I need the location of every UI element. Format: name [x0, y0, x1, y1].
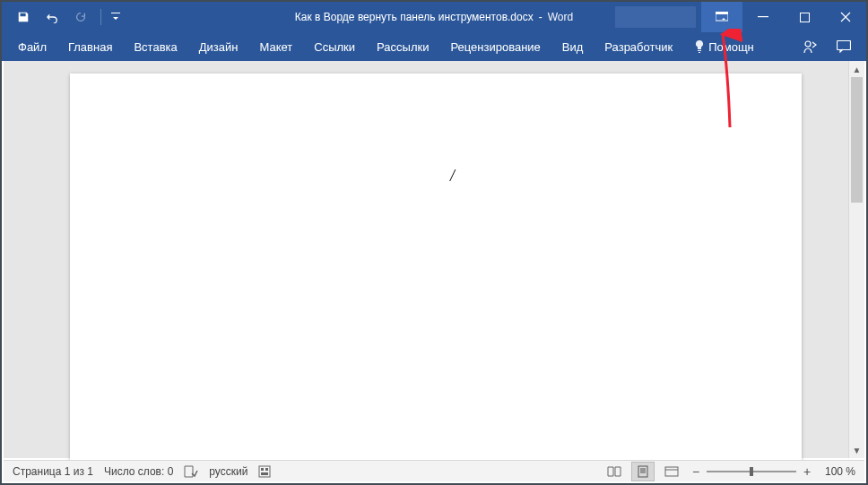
window-title: Как в Ворде вернуть панель инструментов.… [295, 11, 573, 23]
tab-mailings[interactable]: Рассылки [366, 32, 439, 61]
quick-access-toolbar [2, 4, 123, 30]
zoom-track[interactable] [707, 471, 796, 472]
tab-label: Вид [562, 40, 584, 54]
lightbulb-icon [694, 40, 705, 53]
svg-rect-3 [800, 13, 809, 22]
word-count[interactable]: Число слов: 0 [104, 465, 173, 478]
web-layout-button[interactable] [660, 462, 683, 481]
document-page[interactable]: / [70, 74, 802, 471]
tab-layout[interactable]: Макет [248, 32, 303, 61]
undo-icon [44, 11, 60, 23]
document-workspace: / ▲ ▼ [4, 61, 864, 458]
qat-separator [100, 9, 101, 25]
web-layout-icon [664, 466, 679, 477]
save-icon [17, 11, 30, 23]
svg-rect-14 [665, 467, 678, 476]
macro-icon [258, 465, 271, 478]
window-controls [615, 2, 866, 32]
zoom-out-button[interactable]: − [689, 464, 703, 479]
print-layout-icon [637, 465, 649, 478]
svg-rect-1 [716, 12, 728, 14]
comments-icon [837, 40, 851, 53]
page-indicator-text: Страница 1 из 1 [13, 465, 93, 478]
svg-point-4 [805, 41, 811, 47]
tab-label: Ссылки [314, 40, 355, 54]
customize-icon [111, 11, 120, 23]
close-icon [840, 12, 851, 22]
svg-rect-8 [265, 468, 268, 471]
title-separator: - [539, 11, 542, 23]
tab-insert[interactable]: Вставка [123, 32, 187, 61]
comments-button[interactable] [827, 32, 861, 61]
share-icon [803, 39, 817, 54]
ribbon-display-icon [716, 12, 728, 22]
tab-file[interactable]: Файл [7, 32, 57, 61]
print-layout-button[interactable] [631, 462, 655, 481]
word-count-text: Число слов: 0 [104, 465, 173, 478]
read-mode-button[interactable] [603, 462, 626, 481]
title-bar: Как в Ворде вернуть панель инструментов.… [2, 2, 866, 32]
tab-design[interactable]: Дизайн [188, 32, 249, 61]
tab-label: Рецензирование [450, 40, 540, 54]
scroll-thumb[interactable] [851, 77, 863, 203]
zoom-slider: − + [689, 464, 814, 479]
svg-rect-7 [261, 468, 264, 471]
svg-rect-5 [838, 41, 851, 50]
undo-button[interactable] [39, 4, 65, 30]
svg-rect-10 [638, 466, 647, 477]
zoom-thumb[interactable] [750, 467, 753, 476]
tell-me-box[interactable]: Помощн [683, 32, 765, 61]
tab-developer[interactable]: Разработчик [594, 32, 683, 61]
zoom-level[interactable]: 100 % [820, 465, 855, 478]
scroll-track[interactable] [849, 77, 864, 442]
close-button[interactable] [825, 2, 866, 32]
tab-label: Рассылки [377, 40, 429, 54]
proofing-icon [184, 465, 198, 478]
language-text: русский [209, 465, 247, 478]
tell-me-label: Помощн [708, 40, 754, 54]
svg-rect-6 [259, 466, 270, 477]
language-indicator[interactable]: русский [209, 465, 247, 478]
tab-label: Файл [18, 40, 47, 54]
zoom-text: 100 % [825, 465, 855, 478]
maximize-icon [800, 13, 810, 22]
proofing-button[interactable] [184, 465, 198, 478]
minimize-icon [758, 12, 768, 22]
redo-button[interactable] [68, 4, 93, 30]
page-indicator[interactable]: Страница 1 из 1 [13, 465, 93, 478]
status-bar: Страница 1 из 1 Число слов: 0 русский − … [4, 460, 864, 481]
tab-label: Макет [259, 40, 292, 54]
app-name: Word [548, 11, 573, 23]
tab-view[interactable]: Вид [551, 32, 595, 61]
tab-label: Дизайн [199, 40, 239, 54]
tab-label: Вставка [134, 40, 177, 54]
svg-rect-9 [261, 472, 268, 475]
status-right: − + 100 % [603, 462, 864, 481]
tab-review[interactable]: Рецензирование [439, 32, 551, 61]
ribbon-right-controls [793, 32, 861, 61]
share-button[interactable] [793, 32, 827, 61]
text-cursor: / [450, 167, 451, 183]
qat-customize-button[interactable] [108, 4, 123, 30]
svg-rect-2 [758, 16, 768, 17]
scroll-up-button[interactable]: ▲ [849, 61, 864, 77]
read-mode-icon [607, 466, 621, 477]
ribbon-tabs: Файл Главная Вставка Дизайн Макет Ссылки… [2, 32, 866, 61]
document-name: Как в Ворде вернуть панель инструментов.… [295, 11, 534, 23]
status-left: Страница 1 из 1 Число слов: 0 русский [4, 465, 271, 478]
account-area[interactable] [615, 6, 696, 28]
tab-label: Разработчик [604, 40, 673, 54]
save-button[interactable] [11, 4, 36, 30]
ribbon-display-options-button[interactable] [701, 2, 742, 32]
vertical-scrollbar[interactable]: ▲ ▼ [848, 61, 864, 458]
tab-label: Главная [68, 40, 112, 54]
scroll-down-button[interactable]: ▼ [849, 442, 864, 458]
macro-button[interactable] [258, 465, 271, 478]
zoom-in-button[interactable]: + [800, 464, 814, 479]
tab-home[interactable]: Главная [57, 32, 123, 61]
tab-references[interactable]: Ссылки [303, 32, 366, 61]
maximize-button[interactable] [784, 2, 825, 32]
minimize-button[interactable] [742, 2, 784, 32]
redo-icon [74, 11, 87, 23]
